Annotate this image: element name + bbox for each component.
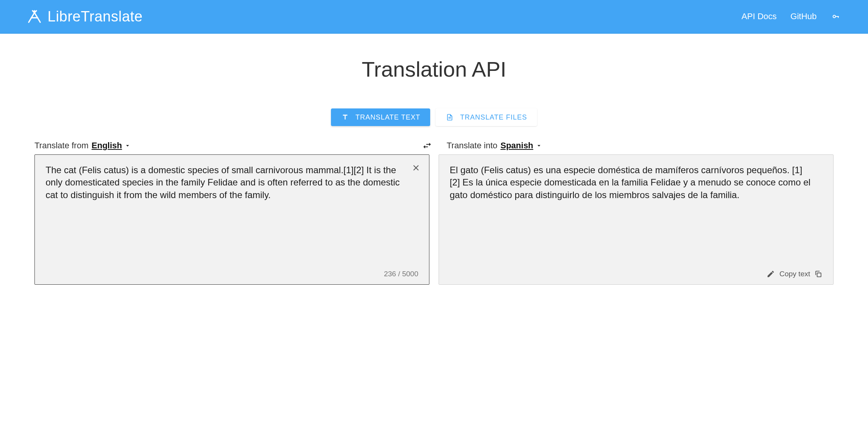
copy-text-label: Copy text [780,270,810,278]
tab-translate-text[interactable]: TRANSLATE TEXT [331,108,430,126]
target-lang-group: Translate into Spanish [447,141,834,151]
source-lang-value: English [92,141,122,151]
file-icon [445,113,454,121]
chevron-down-icon [124,142,131,149]
source-lang-group: Translate from English [34,141,421,151]
copy-text-button[interactable]: Copy text [780,270,822,278]
target-text-output: El gato (Felis catus) es una especie dom… [450,164,822,267]
brand-logo-icon [27,9,42,24]
page-title: Translation API [34,57,834,82]
target-box-footer: Copy text [450,270,822,278]
copy-icon [814,270,822,278]
nav-api-docs[interactable]: API Docs [742,11,777,21]
target-lang-label: Translate into [447,141,497,151]
api-key-icon[interactable] [830,11,841,22]
swap-languages-button[interactable] [421,140,433,151]
edit-icon[interactable] [766,270,775,278]
language-row: Translate from English Translate into Sp… [34,140,834,151]
chevron-down-icon [536,142,542,149]
brand-title: LibreTranslate [47,8,143,25]
source-text-input[interactable] [46,164,418,267]
nav-github[interactable]: GitHub [791,11,817,21]
svg-rect-3 [817,273,821,277]
mode-tabs: TRANSLATE TEXT TRANSLATE FILES [34,108,834,126]
clear-input-button[interactable] [411,162,421,173]
source-lang-select[interactable]: English [92,141,131,151]
target-lang-value: Spanish [500,141,533,151]
target-lang-select[interactable]: Spanish [500,141,542,151]
main-content: Translation API TRANSLATE TEXT TRANSLATE… [0,34,868,300]
source-lang-label: Translate from [34,141,88,151]
source-box: 236 / 5000 [34,154,429,285]
title-t-icon [341,113,349,121]
tab-translate-files[interactable]: TRANSLATE FILES [436,108,537,126]
tab-files-label: TRANSLATE FILES [460,113,527,121]
char-count: 236 / 5000 [46,270,418,278]
brand[interactable]: LibreTranslate [27,8,143,25]
tab-text-label: TRANSLATE TEXT [355,113,420,121]
svg-point-0 [833,15,836,18]
svg-rect-2 [838,16,839,18]
header-nav: API Docs GitHub [742,11,841,22]
target-box: El gato (Felis catus) es una especie dom… [439,154,834,285]
app-header: LibreTranslate API Docs GitHub [0,0,868,34]
translation-boxes: 236 / 5000 El gato (Felis catus) es una … [34,154,834,285]
